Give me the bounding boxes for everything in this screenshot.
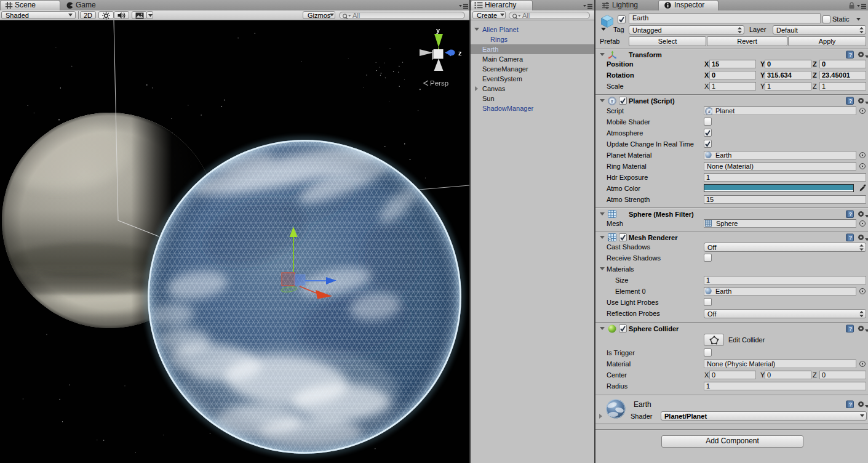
svg-text:?: ? [849,401,853,408]
svg-text:#: # [611,99,613,103]
svg-text:y: y [436,26,440,34]
svg-text:?: ? [849,98,853,104]
svg-text:z: z [458,49,462,57]
svg-text:?: ? [849,235,853,241]
svg-text:#: # [708,110,711,114]
svg-text:Persp: Persp [430,79,448,87]
svg-text:?: ? [849,52,853,58]
svg-text:?: ? [849,211,853,217]
svg-text:?: ? [849,326,853,332]
